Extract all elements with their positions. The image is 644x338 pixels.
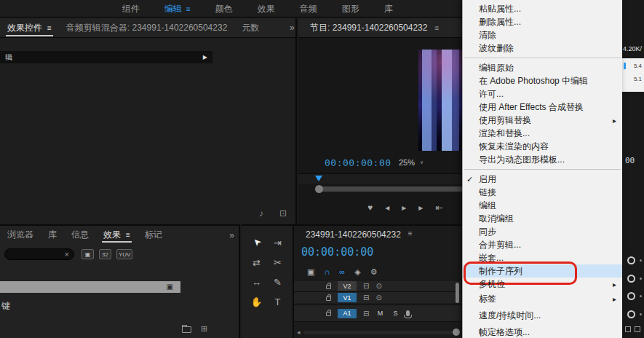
- panel-options-icon[interactable]: ⊡: [279, 208, 287, 219]
- menu-item-ripple-delete[interactable]: 波纹删除: [463, 42, 622, 55]
- timeline-settings-icon[interactable]: ⚙: [370, 267, 378, 277]
- menu-item-replace-with-clip[interactable]: 使用剪辑替换▸: [463, 114, 622, 127]
- menu-item-synchronize[interactable]: 同步: [463, 225, 622, 238]
- menu-item-license[interactable]: 许可...: [463, 87, 622, 101]
- menu-item-edit-in-photoshop[interactable]: 在 Adobe Photoshop 中编辑: [463, 74, 622, 87]
- track-row-v2[interactable]: V2 ⊟ ⊙: [294, 280, 461, 291]
- selection-tool[interactable]: ➤: [245, 230, 269, 254]
- menu-item-remove-attributes[interactable]: 删除属性...: [463, 15, 622, 28]
- track-label-v1[interactable]: V1: [338, 293, 357, 302]
- razor-tool[interactable]: ✂: [267, 256, 288, 269]
- track-scrollbar[interactable]: [456, 283, 459, 303]
- workspace-tab-components[interactable]: 组件: [122, 3, 140, 15]
- clear-search-icon[interactable]: ×: [65, 249, 69, 260]
- linked-selection-icon[interactable]: ∞: [339, 267, 345, 277]
- timeline-hscrollbar[interactable]: ◂: [297, 328, 461, 337]
- menu-item-edit-original[interactable]: 编辑原始: [463, 61, 622, 74]
- track-lock-icon[interactable]: [326, 285, 331, 289]
- panel-tabs-overflow-icon[interactable]: »: [229, 230, 234, 240]
- track-label-a1[interactable]: A1: [338, 309, 357, 318]
- new-preset-icon[interactable]: ⊞: [201, 325, 207, 333]
- add-marker-icon[interactable]: ◈: [354, 267, 360, 277]
- solo-button[interactable]: S: [391, 310, 399, 317]
- panel-menu-icon[interactable]: ≡: [434, 24, 439, 32]
- menu-item-speed-duration[interactable]: 速度/持续时间...: [463, 307, 622, 324]
- nested-sequence-icon[interactable]: ▣: [307, 267, 314, 277]
- mute-button[interactable]: M: [375, 310, 384, 317]
- track-output-eye-icon[interactable]: ⊙: [375, 282, 381, 290]
- panel-menu-icon[interactable]: ≡: [408, 229, 413, 240]
- menu-item-link[interactable]: 链接: [463, 186, 622, 199]
- workspace-tab-edit[interactable]: 编辑≡: [164, 3, 191, 15]
- search-input[interactable]: [10, 250, 64, 259]
- track-output-eye-icon[interactable]: ⊙: [375, 294, 381, 302]
- scrollbar-handle[interactable]: [315, 185, 323, 193]
- left-tab-audio-clip-mixer[interactable]: 音频剪辑混合器: 234991-1402260504232: [59, 18, 234, 37]
- selected-bin-row[interactable]: ▣: [0, 281, 180, 293]
- menu-item-make-subsequence[interactable]: 制作子序列: [463, 264, 622, 278]
- program-scrollbar[interactable]: [317, 186, 466, 192]
- search-box[interactable]: ×: [4, 248, 74, 260]
- menu-item-restore-unrendered[interactable]: 恢复未渲染的内容: [463, 140, 622, 153]
- menu-item-replace-with-ae-composition[interactable]: 使用 After Effects 合成替换: [463, 101, 622, 114]
- fx-tab-info[interactable]: 信息: [64, 226, 96, 243]
- menu-item-group[interactable]: 编组: [463, 199, 622, 212]
- track-knob-icon[interactable]: [627, 310, 635, 318]
- menu-item-enable[interactable]: ✓启用: [463, 173, 622, 186]
- fx-tab-markers[interactable]: 标记: [138, 226, 170, 243]
- mute-audio-icon[interactable]: ♪: [259, 208, 263, 219]
- track-lock-icon[interactable]: [326, 296, 331, 301]
- workspace-tab-color[interactable]: 颜色: [215, 3, 233, 15]
- menu-item-ungroup[interactable]: 取消编组: [463, 212, 622, 225]
- snap-icon[interactable]: ∩: [324, 267, 330, 277]
- scrollbar-track[interactable]: [303, 331, 458, 334]
- add-marker-icon[interactable]: ♥: [367, 203, 373, 213]
- new-custom-bin-icon[interactable]: [182, 326, 191, 333]
- workspace-menu-icon[interactable]: ≡: [186, 5, 191, 13]
- scrollbar-handle[interactable]: [453, 329, 460, 336]
- menu-item-clear[interactable]: 清除: [463, 28, 622, 42]
- track-lock-icon[interactable]: [326, 312, 331, 316]
- track-label-v2[interactable]: V2: [338, 281, 357, 291]
- menu-item-nest[interactable]: 嵌套...: [463, 251, 622, 264]
- 32bit-filter-icon[interactable]: 32: [99, 249, 111, 259]
- menu-item-export-motion-graphics-template[interactable]: 导出为动态图形模板...: [463, 153, 622, 166]
- workspace-tab-audio[interactable]: 音频: [300, 3, 317, 15]
- timeline-header[interactable]: 234991-1402260504232 ≡: [306, 229, 413, 240]
- fx-tab-effects[interactable]: 效果≡: [96, 226, 138, 243]
- left-tab-effect-controls[interactable]: 效果控件≡: [0, 18, 59, 37]
- panel-menu-icon[interactable]: ≡: [126, 231, 130, 239]
- track-select-forward-tool[interactable]: ⇥: [267, 236, 288, 249]
- track-knob-icon[interactable]: [627, 275, 635, 283]
- track-knob-icon[interactable]: [627, 292, 635, 300]
- slip-tool[interactable]: ↔: [246, 275, 267, 288]
- menu-item-merge-clips[interactable]: 合并剪辑...: [463, 238, 622, 251]
- scroll-left-icon[interactable]: ◂: [297, 329, 301, 336]
- sync-lock-icon[interactable]: ⊟: [363, 310, 369, 318]
- pen-tool[interactable]: ✎: [267, 275, 288, 288]
- menu-item-render-and-replace[interactable]: 渲染和替换...: [463, 127, 622, 140]
- track-row-a1[interactable]: A1 ⊟ M S: [294, 304, 461, 322]
- step-back-icon[interactable]: ◂: [385, 203, 389, 213]
- sync-lock-icon[interactable]: ⊟: [363, 282, 369, 290]
- panel-menu-icon[interactable]: ≡: [47, 24, 52, 32]
- menu-item-frame-hold-options[interactable]: 帧定格选项...: [463, 324, 622, 338]
- playhead-icon[interactable]: [315, 176, 322, 185]
- panel-button-icon[interactable]: [625, 326, 631, 332]
- fx-tab-libraries[interactable]: 库: [41, 226, 64, 243]
- ripple-edit-tool[interactable]: ⇄: [246, 256, 267, 269]
- panel-button-icon[interactable]: [635, 326, 640, 332]
- step-forward-icon[interactable]: ▸: [418, 203, 423, 213]
- workspace-tab-graphics[interactable]: 图形: [342, 3, 359, 15]
- menu-item-paste-attributes[interactable]: 粘贴属性...: [463, 2, 622, 15]
- voiceover-record-icon[interactable]: [406, 310, 410, 316]
- accelerated-effects-filter-icon[interactable]: ▣: [82, 249, 94, 259]
- expander-icon[interactable]: ▶: [203, 54, 207, 60]
- play-icon[interactable]: ▸: [402, 203, 406, 213]
- left-tab-metadata[interactable]: 元数: [234, 18, 266, 37]
- sync-lock-icon[interactable]: ⊟: [363, 294, 369, 302]
- menu-item-multi-camera[interactable]: 多机位▸: [463, 278, 622, 291]
- zoom-select[interactable]: 25% ∨: [399, 158, 424, 167]
- workspace-tab-libraries[interactable]: 库: [384, 3, 393, 15]
- menu-item-label[interactable]: 标签▸: [463, 291, 622, 307]
